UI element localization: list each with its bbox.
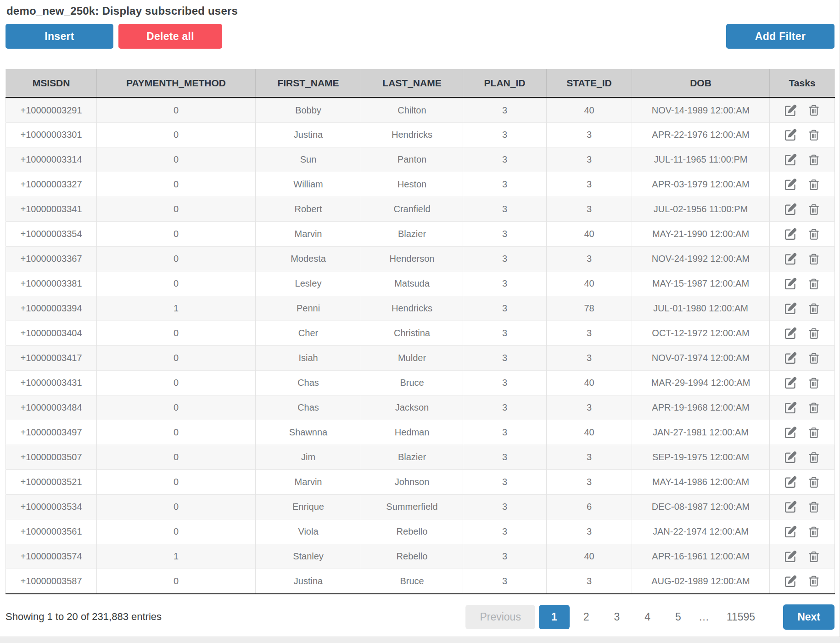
edit-row-button[interactable] [784,203,797,215]
delete-row-button[interactable] [808,501,820,513]
delete-row-button[interactable] [808,228,820,240]
edit-row-button[interactable] [784,352,797,364]
delete-row-button[interactable] [808,551,820,563]
trash-icon [808,575,820,587]
state-id-cell: 3 [547,321,632,346]
page-11595-button[interactable]: 11595 [716,605,766,629]
delete-row-button[interactable] [808,154,820,166]
last-name-cell: Summerfield [361,495,463,519]
edit-icon [784,401,797,414]
delete-row-button[interactable] [808,352,820,364]
payment-method-cell: 0 [97,569,256,594]
delete-all-button[interactable]: Delete all [118,24,222,49]
delete-row-button[interactable] [808,327,820,339]
trash-icon [808,402,820,414]
msisdn-cell: +10000003314 [6,147,97,172]
page-4-button[interactable]: 4 [633,605,661,629]
edit-row-button[interactable] [784,575,797,587]
delete-row-button[interactable] [808,303,820,315]
edit-icon [784,352,797,364]
tasks-cell [770,420,835,445]
insert-button[interactable]: Insert [6,24,113,49]
tasks-cell [770,346,835,371]
edit-row-button[interactable] [784,501,797,513]
delete-row-button[interactable] [808,104,820,116]
first-name-cell: Marvin [256,470,361,495]
edit-row-button[interactable] [784,253,797,265]
edit-row-button[interactable] [784,178,797,191]
edit-icon [784,426,797,439]
plan-id-cell: 3 [463,247,547,271]
page-3-button[interactable]: 3 [603,605,631,629]
edit-row-button[interactable] [784,104,797,117]
msisdn-cell: +10000003367 [6,247,97,271]
page-2-button[interactable]: 2 [572,605,600,629]
edit-row-button[interactable] [784,426,797,439]
payment-method-cell: 0 [97,371,256,395]
msisdn-cell: +10000003484 [6,395,97,420]
tasks-cell [770,445,835,470]
edit-row-button[interactable] [784,228,797,240]
trash-icon [808,129,820,141]
state-id-cell: 6 [547,495,632,519]
plan-id-cell: 3 [463,495,547,519]
first-name-cell: Robert [256,197,361,222]
trash-icon [808,104,820,116]
edit-row-button[interactable] [784,525,797,538]
first-name-cell: Viola [256,519,361,544]
dob-cell: APR-22-1976 12:00:AM [632,123,770,147]
pagination-ellipsis: … [695,605,713,629]
edit-row-button[interactable] [784,302,797,315]
delete-row-button[interactable] [808,253,820,265]
horizontal-scrollbar[interactable] [0,637,840,643]
delete-row-button[interactable] [808,129,820,141]
edit-row-button[interactable] [784,153,797,166]
state-id-cell: 40 [547,98,632,123]
dob-cell: APR-03-1979 12:00:AM [632,172,770,197]
page-1-button[interactable]: 1 [539,605,570,629]
table-row: +10000003404 0 Cher Christina 3 3 OCT-12… [6,321,835,346]
plan-id-cell: 3 [463,395,547,420]
add-filter-button[interactable]: Add Filter [726,24,834,49]
column-header-msisdn: MSISDN [6,69,97,98]
delete-row-button[interactable] [808,402,820,414]
dob-cell: DEC-08-1987 12:00:AM [632,495,770,519]
edit-row-button[interactable] [784,401,797,414]
first-name-cell: Cher [256,321,361,346]
delete-row-button[interactable] [808,476,820,488]
msisdn-cell: +10000003354 [6,222,97,247]
last-name-cell: Bruce [361,569,463,594]
delete-row-button[interactable] [808,377,820,389]
edit-row-button[interactable] [784,550,797,563]
next-page-button[interactable]: Next [783,604,834,630]
trash-icon [808,154,820,166]
delete-row-button[interactable] [808,427,820,439]
column-header-plan-id: PLAN_ID [463,69,547,98]
page-5-button[interactable]: 5 [664,605,692,629]
edit-row-button[interactable] [784,476,797,488]
payment-method-cell: 1 [97,296,256,321]
payment-method-cell: 0 [97,98,256,123]
tasks-cell [770,470,835,495]
msisdn-cell: +10000003301 [6,123,97,147]
payment-method-cell: 0 [97,346,256,371]
delete-row-button[interactable] [808,278,820,290]
edit-icon [784,253,797,265]
trash-icon [808,451,820,463]
delete-row-button[interactable] [808,179,820,191]
edit-row-button[interactable] [784,327,797,339]
edit-row-button[interactable] [784,451,797,463]
edit-row-button[interactable] [784,277,797,290]
delete-row-button[interactable] [808,451,820,463]
edit-row-button[interactable] [784,377,797,389]
column-header-dob: DOB [632,69,770,98]
trash-icon [808,203,820,215]
payment-method-cell: 0 [97,271,256,296]
delete-row-button[interactable] [808,575,820,587]
delete-row-button[interactable] [808,526,820,538]
delete-row-button[interactable] [808,203,820,215]
previous-page-button[interactable]: Previous [465,605,535,629]
trash-icon [808,352,820,364]
edit-row-button[interactable] [784,129,797,141]
edit-icon [784,501,797,513]
